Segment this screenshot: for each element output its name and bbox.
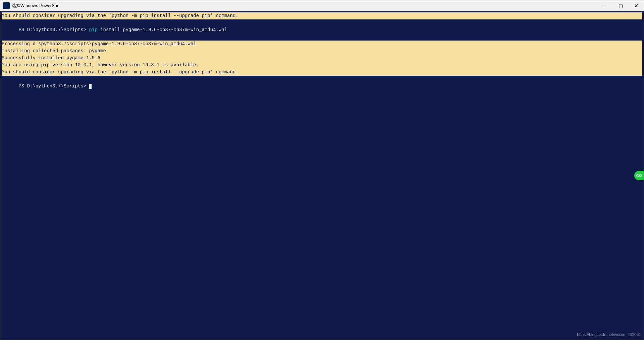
- minimize-button[interactable]: –: [597, 0, 613, 11]
- close-button[interactable]: ✕: [628, 0, 644, 11]
- powershell-icon: _: [3, 2, 10, 9]
- terminal-line-3: Processing d:\python3.7\scripts\pygame-1…: [2, 41, 642, 48]
- maximize-button[interactable]: ◻: [613, 0, 628, 11]
- terminal-line-4: Installing collected packages: pygame: [2, 48, 642, 55]
- cursor: [89, 84, 92, 89]
- terminal-body[interactable]: You should consider upgrading via the 'p…: [0, 11, 644, 340]
- prompt-text-1: PS D:\python3.7\Scripts>: [18, 27, 89, 32]
- powershell-window: _ 选择Windows PowerShell – ◻ ✕ You should …: [0, 0, 644, 340]
- terminal-line-1: You should consider upgrading via the 'p…: [2, 12, 642, 19]
- title-bar: _ 选择Windows PowerShell – ◻ ✕: [0, 0, 644, 11]
- watermark: https://blog.csdn.net/weixin_432061: [577, 332, 641, 337]
- terminal-line-2: PS D:\python3.7\Scripts> pip install pyg…: [2, 19, 642, 41]
- terminal-line-6: You are using pip version 10.0.1, howeve…: [2, 62, 642, 69]
- terminal-line-8: PS D:\python3.7\Scripts>: [2, 76, 642, 97]
- svg-text:_: _: [3, 4, 6, 9]
- pip-command: pip: [89, 27, 97, 32]
- terminal-line-5: Successfully installed pygame-1.9.6: [2, 55, 642, 62]
- side-badge[interactable]: GO: [634, 171, 644, 180]
- pip-args: install pygame-1.9.6-cp37-cp37m-win_amd6…: [98, 27, 227, 32]
- terminal-line-7: You should consider upgrading via the 'p…: [2, 69, 642, 76]
- window-title: 选择Windows PowerShell: [12, 3, 641, 9]
- prompt-text-2: PS D:\python3.7\Scripts>: [18, 83, 89, 89]
- window-controls: – ◻ ✕: [597, 0, 644, 11]
